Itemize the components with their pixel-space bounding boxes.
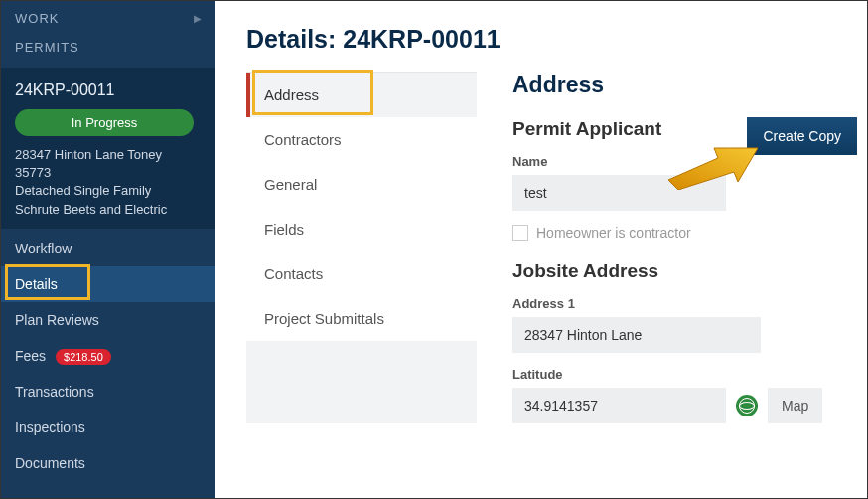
permit-type: Detached Single Family <box>15 182 201 200</box>
checkbox-icon[interactable] <box>512 225 528 241</box>
section-address-title: Address <box>512 72 857 98</box>
sidebar-section-work[interactable]: WORK ▶ <box>1 1 215 36</box>
address1-label: Address 1 <box>512 296 857 311</box>
jobsite-address-title: Jobsite Address <box>512 260 857 282</box>
tab-project-submittals[interactable]: Project Submittals <box>246 296 477 341</box>
detail-tabs: Address Contractors General Fields Conta… <box>246 72 477 423</box>
permit-company: Schrute Beets and Electric <box>15 201 201 219</box>
main-content: Details: 24KRP-00011 Address Contractors… <box>215 1 867 498</box>
tab-contacts[interactable]: Contacts <box>246 251 477 296</box>
create-copy-button[interactable]: Create Copy <box>747 117 857 155</box>
nav-fees[interactable]: Fees $218.50 <box>1 338 215 374</box>
nav-workflow[interactable]: Workflow <box>1 231 215 266</box>
latitude-input[interactable] <box>512 388 726 423</box>
nav-fees-label: Fees <box>15 348 46 364</box>
page-title: Details: 24KRP-00011 <box>246 25 857 54</box>
permit-id: 24KRP-00011 <box>15 82 201 99</box>
nav-plan-reviews[interactable]: Plan Reviews <box>1 302 215 338</box>
nav-inspections[interactable]: Inspections <box>1 410 215 445</box>
tab-fields[interactable]: Fields <box>246 207 477 251</box>
fees-badge: $218.50 <box>56 349 111 365</box>
nav-details[interactable]: Details <box>1 266 215 302</box>
permit-summary: 24KRP-00011 In Progress 28347 Hinton Lan… <box>1 67 215 229</box>
map-button[interactable]: Map <box>768 388 822 423</box>
name-label: Name <box>512 154 857 169</box>
chevron-right-icon: ▶ <box>194 13 203 24</box>
form-panel: Address Create Copy Permit Applicant Nam… <box>512 72 857 423</box>
sidebar-nav: Workflow Details Plan Reviews Fees $218.… <box>1 229 215 481</box>
homeowner-label: Homeowner is contractor <box>536 225 691 241</box>
name-input[interactable] <box>512 175 726 211</box>
globe-icon[interactable] <box>736 395 758 416</box>
nav-transactions[interactable]: Transactions <box>1 374 215 410</box>
sidebar-section-label: PERMITS <box>15 40 79 55</box>
homeowner-checkbox-row[interactable]: Homeowner is contractor <box>512 225 857 241</box>
address1-input[interactable] <box>512 317 761 353</box>
tab-address[interactable]: Address <box>246 73 477 117</box>
permit-address: 28347 Hinton Lane Toney 35773 <box>15 146 201 182</box>
nav-documents[interactable]: Documents <box>1 445 215 481</box>
latitude-label: Latitude <box>512 367 857 382</box>
sidebar-section-label: WORK <box>15 11 59 26</box>
status-badge: In Progress <box>15 109 194 136</box>
tab-contractors[interactable]: Contractors <box>246 117 477 162</box>
tab-general[interactable]: General <box>246 162 477 207</box>
sidebar-section-permits[interactable]: PERMITS <box>1 36 215 67</box>
sidebar: WORK ▶ PERMITS 24KRP-00011 In Progress 2… <box>1 1 215 498</box>
